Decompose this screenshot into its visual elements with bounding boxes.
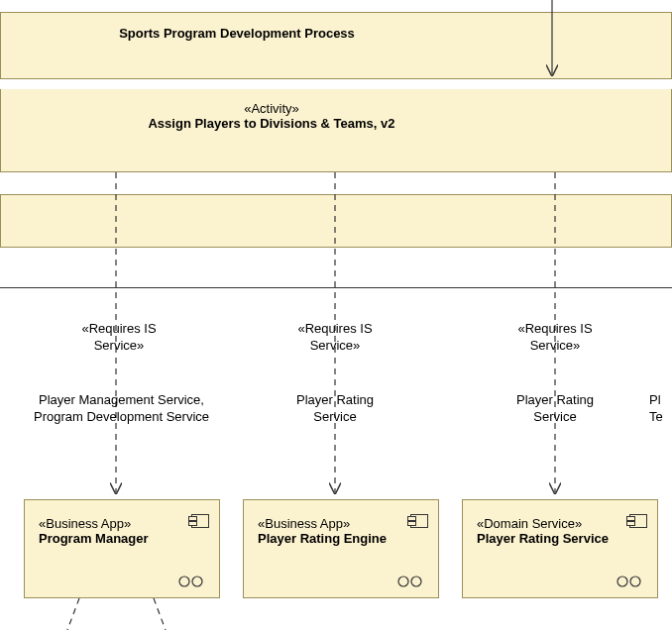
svg-line-5 <box>154 598 166 630</box>
link-stereotype-1: «Requires IS Service» <box>59 321 178 355</box>
interface-icon <box>616 576 643 587</box>
component-3-name: Player Rating Service <box>463 531 657 546</box>
link-name-4-fragment: Pl Te <box>649 392 672 426</box>
component-icon <box>410 514 428 528</box>
component-player-rating-engine: «Business App» Player Rating Engine <box>243 499 439 598</box>
component-player-rating-service: «Domain Service» Player Rating Service <box>462 499 658 598</box>
band-box <box>0 194 672 248</box>
svg-point-9 <box>411 577 421 586</box>
svg-point-7 <box>192 577 202 586</box>
component-1-name: Program Manager <box>25 531 219 546</box>
activity-name: Assign Players to Divisions & Teams, v2 <box>31 116 512 131</box>
link-name-1: Player Management Service, Program Devel… <box>5 392 238 426</box>
component-program-manager: «Business App» Program Manager <box>24 499 220 598</box>
process-title: Sports Program Development Process <box>60 26 413 41</box>
svg-point-10 <box>617 577 627 586</box>
component-icon <box>629 514 647 528</box>
interface-icon <box>177 576 205 587</box>
link-stereotype-2: «Requires IS Service» <box>276 321 394 355</box>
svg-line-4 <box>67 598 79 630</box>
svg-point-8 <box>398 577 408 586</box>
process-header: Sports Program Development Process <box>0 12 672 79</box>
interface-icon <box>396 576 424 587</box>
activity-box: «Activity» Assign Players to Divisions &… <box>0 89 672 172</box>
divider-line <box>0 287 672 288</box>
component-icon <box>191 514 209 528</box>
component-2-name: Player Rating Engine <box>244 531 438 546</box>
svg-point-11 <box>630 577 640 586</box>
activity-stereotype: «Activity» <box>31 101 512 116</box>
link-name-3: Player Rating Service <box>496 392 615 426</box>
link-name-2: Player Rating Service <box>276 392 394 426</box>
link-stereotype-3: «Requires IS Service» <box>496 321 615 355</box>
svg-point-6 <box>179 577 189 586</box>
